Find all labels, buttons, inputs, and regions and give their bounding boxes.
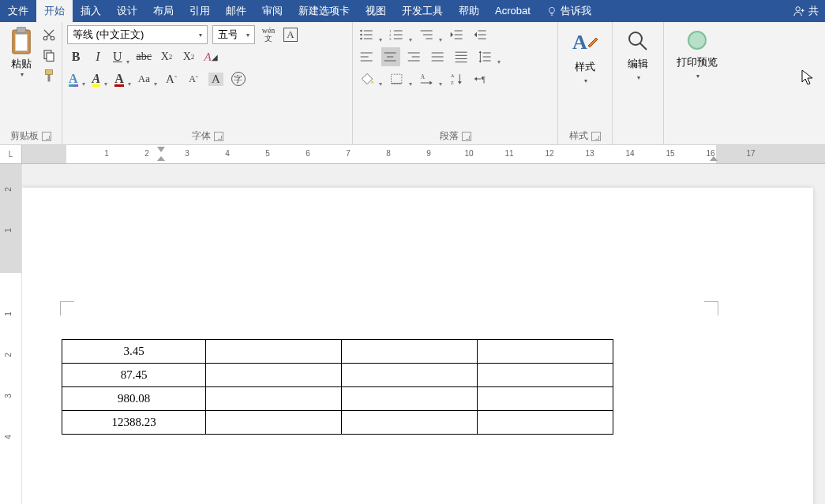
table-cell[interactable] (206, 340, 342, 364)
tab-insert[interactable]: 插入 (73, 0, 109, 22)
tab-file[interactable]: 文件 (0, 0, 36, 22)
share-button[interactable]: 共 (786, 4, 825, 18)
format-painter-button[interactable] (41, 68, 57, 84)
table-cell[interactable] (342, 364, 478, 387)
tab-references[interactable]: 引用 (182, 0, 218, 22)
table-cell[interactable] (206, 387, 342, 411)
copy-button[interactable] (41, 47, 57, 63)
paste-button[interactable]: 粘贴 ▾ (5, 25, 38, 84)
tab-layout[interactable]: 布局 (145, 0, 182, 22)
indent-icon (473, 28, 489, 42)
char-shading-button[interactable]: A (207, 69, 225, 88)
sort-icon: AZ (449, 72, 465, 86)
justify-button[interactable] (429, 47, 448, 66)
styles-button[interactable]: A 样式▾ (563, 25, 607, 88)
group-paragraph-label: 段落 (440, 129, 459, 143)
tab-selector[interactable]: L (0, 145, 22, 163)
table-cell[interactable] (342, 411, 478, 435)
enclose-char-button[interactable]: 字 (230, 69, 247, 88)
grow-font-button[interactable]: Aˆ (163, 69, 180, 88)
right-indent[interactable] (710, 156, 718, 161)
cut-button[interactable] (41, 27, 57, 43)
change-case-button[interactable]: Aa (137, 69, 158, 88)
horizontal-ruler[interactable]: 1234567891011121314151617 (22, 145, 825, 163)
text-effects-button[interactable]: A (67, 69, 86, 88)
borders-button[interactable] (388, 69, 413, 88)
editing-button[interactable]: 编辑▾ (617, 25, 658, 84)
tab-view[interactable]: 视图 (358, 0, 394, 22)
asian-layout-button[interactable]: A (418, 69, 443, 88)
tab-developer[interactable]: 开发工具 (394, 0, 451, 22)
table-cell[interactable] (206, 364, 342, 387)
numbering-button[interactable]: 123 (388, 25, 413, 44)
tab-design[interactable]: 设计 (109, 0, 145, 22)
font-dialog-launcher[interactable] (214, 132, 223, 141)
phonetic-guide-button[interactable]: wén文 (260, 25, 277, 44)
document-table[interactable]: 3.45 87.45 980.08 12388.23 (62, 339, 613, 435)
print-preview-button[interactable]: 打印预览▾ (669, 25, 726, 83)
table-cell[interactable] (478, 364, 613, 387)
decrease-indent-button[interactable] (448, 25, 467, 44)
person-plus-icon (793, 5, 805, 17)
tab-home[interactable]: 开始 (36, 0, 73, 22)
vertical-ruler[interactable]: 211234 (0, 164, 22, 504)
group-paragraph: 123 A AZ ¶ 段落 (353, 22, 558, 144)
tab-acrobat[interactable]: Acrobat (487, 0, 538, 22)
hanging-indent[interactable] (157, 156, 165, 161)
table-cell[interactable] (478, 411, 613, 435)
chevron-down-icon[interactable]: ▾ (242, 32, 254, 39)
subscript-button[interactable]: X2 (158, 47, 175, 66)
superscript-button[interactable]: X2 (180, 47, 197, 66)
align-center-button[interactable] (381, 47, 400, 66)
line-spacing-button[interactable] (476, 47, 501, 66)
shrink-font-button[interactable]: Aˇ (185, 69, 202, 88)
font-size-combo[interactable]: ▾ (212, 25, 255, 44)
font-color-button[interactable]: A (113, 69, 132, 88)
show-marks-button[interactable]: ¶ (471, 69, 490, 88)
bold-button[interactable]: B (67, 47, 84, 66)
table-cell[interactable]: 12388.23 (62, 411, 206, 435)
highlight-button[interactable]: A (91, 69, 109, 88)
char-border-button[interactable]: A (282, 25, 299, 44)
font-size-input[interactable] (213, 26, 242, 43)
table-cell[interactable] (478, 340, 613, 364)
distributed-button[interactable] (452, 47, 471, 66)
svg-marker-29 (451, 32, 453, 38)
table-cell[interactable]: 87.45 (62, 364, 206, 387)
bullets-button[interactable] (358, 25, 383, 44)
table-cell[interactable] (342, 387, 478, 411)
align-right-button[interactable] (405, 47, 424, 66)
table-cell[interactable]: 980.08 (62, 387, 206, 411)
font-name-input[interactable] (68, 26, 194, 43)
table-cell[interactable] (478, 387, 613, 411)
styles-dialog-launcher[interactable] (591, 132, 601, 141)
svg-text:A: A (421, 73, 426, 80)
italic-button[interactable]: I (89, 47, 107, 66)
svg-rect-10 (48, 75, 51, 82)
document-area[interactable]: 3.45 87.45 980.08 12388.23 (22, 164, 825, 504)
tab-mailings[interactable]: 邮件 (218, 0, 254, 22)
scissors-icon (42, 28, 56, 42)
paragraph-dialog-launcher[interactable] (462, 132, 471, 141)
strikethrough-button[interactable]: abc (135, 47, 153, 66)
tell-me[interactable]: 告诉我 (538, 4, 599, 18)
sort-button[interactable]: AZ (448, 69, 467, 88)
multilevel-list-button[interactable] (418, 25, 443, 44)
chevron-down-icon[interactable]: ▾ (194, 32, 207, 39)
clear-formatting-button[interactable]: A◢ (202, 47, 219, 66)
tab-help[interactable]: 帮助 (451, 0, 487, 22)
outdent-icon (449, 28, 465, 42)
underline-button[interactable]: U (111, 47, 130, 66)
font-name-combo[interactable]: ▾ (67, 25, 208, 44)
tab-review[interactable]: 审阅 (254, 0, 291, 22)
table-cell[interactable] (206, 411, 342, 435)
increase-indent-button[interactable] (471, 25, 490, 44)
align-left-button[interactable] (358, 47, 377, 66)
table-cell[interactable] (342, 340, 478, 364)
menu-bar: 文件 开始 插入 设计 布局 引用 邮件 审阅 新建选项卡 视图 开发工具 帮助… (0, 0, 825, 22)
tab-newtab[interactable]: 新建选项卡 (291, 0, 358, 22)
first-line-indent[interactable] (157, 147, 165, 152)
shading-button[interactable] (358, 69, 383, 88)
clipboard-dialog-launcher[interactable] (42, 132, 51, 141)
table-cell[interactable]: 3.45 (62, 340, 206, 364)
